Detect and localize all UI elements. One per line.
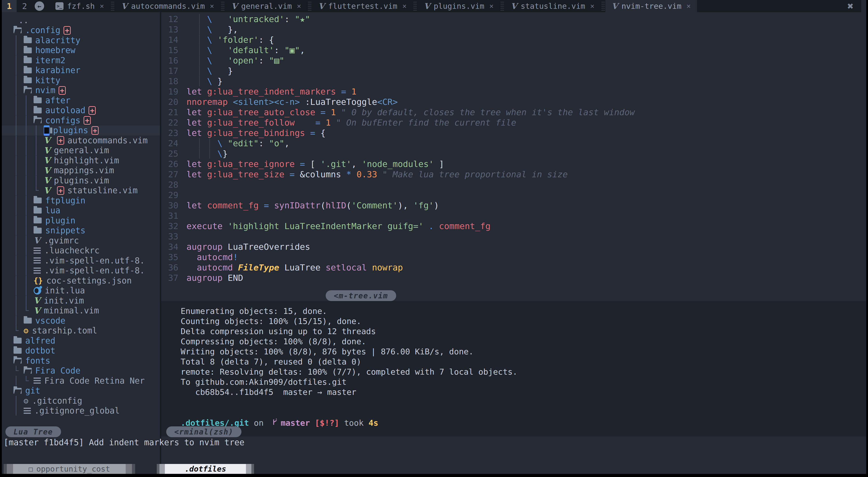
code-line[interactable]: 30let comment_fg = synIDattr(hlID('Comme… [161,200,866,211]
tree-item-statusline.vim[interactable]: │ │ └ V+statusline.vim [2,185,160,196]
tree-item-.config[interactable]: .config+ [2,26,160,36]
tree-item-mappings.vim[interactable]: │ │ │ Vmappings.vim [2,166,160,176]
tab-statusline.vim[interactable]: Vstatusline.vim× [504,0,601,12]
tree-item-.luacheckrc[interactable]: │ │ .luacheckrc [2,246,160,256]
code-line[interactable]: 37augroup END [161,273,866,283]
tree-item-dotbot[interactable]: dotbot [2,346,160,356]
tree-item-configs[interactable]: │ │ configs+ [2,115,160,126]
code-line[interactable]: 34augroup LuaTreeOverrides [161,242,866,252]
tree-item-alfred[interactable]: alfred [2,336,160,346]
code-line[interactable]: 23let g:lua_tree_bindings = { [161,128,866,138]
code-line[interactable]: 17 │ \ } [161,66,866,76]
tab-autocommands.vim[interactable]: Vautocommands.vim× [115,0,220,12]
tree-item-vscode[interactable]: │ vscode [2,316,160,326]
code-line[interactable]: 14 │ \ 'folder': { [161,35,866,45]
tree-item-Fira-Code-Retina-Ner[interactable]: │ └ Fira Code Retina Ner [2,376,160,386]
code-line[interactable]: 18 │ \ } [161,76,866,87]
back-arrow-icon[interactable]: ← [35,1,44,11]
tree-item-Fira-Code[interactable]: └ Fira Code [2,366,160,376]
tree-item-kitty[interactable]: │ kitty [2,75,160,86]
line-number: 33 [161,232,178,241]
folder-icon [34,217,42,224]
tree-item-.vim-spell-en.utf-8.[interactable]: │ │ .vim-spell-en.utf-8. [2,255,160,266]
tree-item-starship.toml[interactable]: └ ⚙starship.toml [2,326,160,336]
code-line[interactable]: 31 [161,211,866,221]
tab-fluttertest.vim[interactable]: Vfluttertest.vim× [312,0,413,12]
code-line[interactable]: 25 │ │ \} [161,148,866,159]
gear-icon: ⚙ [24,326,29,335]
code-line[interactable]: 13 │ \ }, [161,24,866,35]
tab-close-icon[interactable]: × [590,2,594,10]
tree-item-ftplugin[interactable]: │ │ ftplugin [2,196,160,206]
tree-indent-guide: │ [13,396,24,406]
tree-item-plugins[interactable]: │ │ │ plugins+ [2,126,160,136]
tab-general.vim[interactable]: Vgeneral.vim× [225,0,307,12]
tree-item-homebrew[interactable]: │ homebrew [2,45,160,56]
tree-item-autocommands.vim[interactable]: │ │ │ V+autocommands.vim [2,135,160,145]
code-line[interactable]: 20nnoremap <silent><c-n> :LuaTreeToggle<… [161,97,866,107]
tab-close-icon[interactable]: × [489,2,494,10]
tab-close-icon[interactable]: × [402,2,406,10]
code-line[interactable]: 24 │ │ \ "edit": "o", [161,138,866,148]
code-line[interactable]: 21let g:lua_tree_auto_close = 1 " 0 by d… [161,107,866,117]
tree-item-.vim-spell-en.utf-8.[interactable]: │ │ .vim-spell-en.utf-8. [2,266,160,276]
tmux-window-2[interactable]: 2 [17,0,32,12]
tree-item-label: karabiner [35,66,81,75]
tab-close-icon[interactable]: × [686,2,691,10]
vim-icon: V [231,1,238,11]
tree-indent-guide: │ │ [13,196,34,205]
tmux-window-1[interactable]: 1 [2,0,17,12]
tab-close-icon[interactable]: × [297,2,301,10]
tab-fzf.sh[interactable]: >_fzf.sh× [49,0,111,12]
tab-close-icon[interactable]: × [100,2,104,10]
tab-label: autocommands.vim [131,2,205,10]
tree-item-alacritty[interactable]: │ alacritty [2,35,160,45]
tree-item-plugins.vim[interactable]: │ │ │ Vplugins.vim [2,175,160,185]
tree-item-highlight.vim[interactable]: │ │ │ Vhighlight.vim [2,156,160,166]
code-line[interactable]: 28 [161,179,866,190]
tree-item-label: homebrew [35,45,75,55]
code-line[interactable]: 33 [161,231,866,242]
code-line[interactable]: 15 │ \ 'default': "▣", [161,45,866,55]
tree-item-general.vim[interactable]: │ │ │ Vgeneral.vim [2,145,160,156]
tab-plugins.vim[interactable]: Vplugins.vim× [417,0,500,12]
tree-item-nvim[interactable]: │ nvim+ [2,86,160,96]
terminal-pane[interactable]: Enumerating objects: 15, done.Counting o… [161,301,866,437]
tmux-session-opportunity-cost[interactable]: □ opportunity_cost [4,464,135,474]
tree-item-karabiner[interactable]: │ karabiner [2,66,160,76]
code-line[interactable]: 27let g:lua_tree_size = &columns * 0.33 … [161,169,866,179]
code-editor[interactable]: 12 │ \ 'untracked': "★"13 │ \ },14 │ \ '… [161,12,866,283]
code-line[interactable]: 32execute 'highlight LuaTreeIndentMarker… [161,221,866,231]
code-line[interactable]: 35 autocmd! [161,252,866,262]
code-line[interactable]: 16 │ \ 'open': "▤" [161,55,866,66]
tmux-session-dotfiles[interactable]: .dotfiles [157,464,254,474]
tree-item-coc-settings.json[interactable]: │ │ {}coc-settings.json [2,276,160,286]
tree-item-snippets[interactable]: │ │ snippets [2,226,160,236]
tree-item-autoload[interactable]: │ │ autoload+ [2,105,160,116]
tree-item-fonts[interactable]: fonts [2,356,160,366]
tree-item-iterm2[interactable]: │ iterm2 [2,55,160,66]
tree-item-init.lua[interactable]: │ │ init.lua [2,286,160,296]
tree-item-after[interactable]: │ │ after [2,95,160,105]
code-line[interactable]: 22let g:lua_tree_follow = 1 " On bufEnte… [161,117,866,128]
close-icon[interactable]: ✖ [847,0,854,12]
code-line[interactable]: 12 │ \ 'untracked': "★" [161,14,866,24]
tab-nvim-tree.vim[interactable]: Vnvim-tree.vim× [606,0,697,12]
prompt-char[interactable]: ❯ [181,428,866,438]
code-line[interactable]: 29 [161,190,866,200]
tree-item-git[interactable]: git [2,386,160,396]
code-text: execute 'highlight LuaTreeIndentMarker g… [186,221,491,231]
tree-item-..[interactable]: .. [2,15,160,26]
tab-close-icon[interactable]: × [210,2,214,10]
tree-item-.gitignore-global[interactable]: │ .gitignore_global [2,406,160,416]
tree-item-plugin[interactable]: │ │ plugin [2,215,160,226]
code-line[interactable]: 19let g:lua_tree_indent_markers = 1 [161,87,866,97]
tree-item-lua[interactable]: │ │ lua [2,206,160,216]
line-number: 28 [161,180,178,190]
code-line[interactable]: 26let g:lua_tree_ignore = [ '.git', 'nod… [161,159,866,169]
tree-item-.gitconfig[interactable]: │ ⚙.gitconfig [2,396,160,406]
code-line[interactable]: 36 autocmd FileType LuaTree setlocal now… [161,262,866,273]
tree-item-init.vim[interactable]: │ │ Vinit.vim [2,296,160,306]
tree-item-.gvimrc[interactable]: │ │ V.gvimrc [2,236,160,246]
tree-item-minimal.vim[interactable]: │ └ Vminimal.vim [2,306,160,316]
